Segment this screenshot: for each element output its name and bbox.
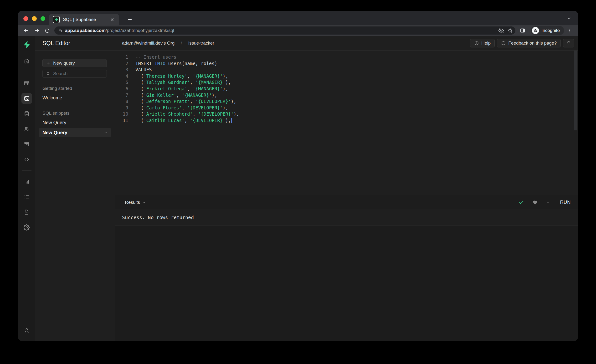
line-number: 3 <box>115 67 128 73</box>
url-bar[interactable]: app.supabase.com/project/azahtnhqohyjerz… <box>54 26 515 35</box>
zoom-window-button[interactable] <box>41 16 45 21</box>
line-number: 4 <box>115 73 128 79</box>
section-label: SQL snippets <box>39 111 111 116</box>
line-content: ('Arielle Shepherd', '{DEVELOPER}'), <box>128 111 239 117</box>
chevron-down-icon <box>142 201 146 204</box>
code-line[interactable]: 4 ('Theresa Hurley', '{MANAGER}'), <box>115 73 578 79</box>
heart-icon[interactable] <box>532 200 538 205</box>
code-line[interactable]: 5 ('Taliyah Gardner', '{MANAGER}'), <box>115 79 578 86</box>
star-icon[interactable] <box>507 28 513 33</box>
indent-guide <box>138 73 138 79</box>
line-number: 11 <box>115 117 128 124</box>
editor-scrollbar[interactable] <box>574 51 577 130</box>
chevron-down-icon[interactable] <box>546 200 551 205</box>
feedback-button-label: Feedback on this page? <box>508 41 557 46</box>
code-line[interactable]: 8 ('Jefferson Pratt', '{DEVELOPER}'), <box>115 98 578 105</box>
sql-editor-sidebar: SQL Editor New query Getting startedWelc… <box>35 36 115 341</box>
breadcrumb-org[interactable]: adam@windmill.dev's Org <box>122 41 174 46</box>
code-line[interactable]: 3VALUES <box>115 67 578 73</box>
table-editor-icon[interactable] <box>22 78 32 89</box>
text-cursor <box>231 118 232 123</box>
line-number: 10 <box>115 111 128 117</box>
tab-close-icon[interactable] <box>109 16 115 23</box>
rail-divider <box>22 171 31 171</box>
snippet-item[interactable]: New Query <box>39 118 111 127</box>
incognito-icon <box>532 27 539 34</box>
chevron-down-icon[interactable] <box>104 131 108 134</box>
snippet-item-label: Welcome <box>42 95 62 101</box>
code-line[interactable]: 6 ('Ezekiel Ortega', '{MANAGER}'), <box>115 86 578 92</box>
empty-results-area <box>115 225 578 341</box>
run-button[interactable]: RUN <box>560 200 571 205</box>
code-editor[interactable]: 1-- Insert users2INSERT INTO users(name,… <box>115 51 578 195</box>
tab-search-chevron-icon[interactable] <box>567 16 572 21</box>
lock-icon <box>58 28 62 33</box>
docs-icon[interactable] <box>22 207 32 217</box>
feedback-button[interactable]: Feedback on this page? <box>497 39 561 47</box>
line-number: 8 <box>115 98 128 105</box>
browser-tab[interactable]: SQL | Supabase <box>49 14 119 25</box>
search-icon <box>46 72 50 76</box>
indent-guide <box>138 111 138 117</box>
home-icon[interactable] <box>22 56 32 66</box>
nav-rail <box>18 36 35 341</box>
close-window-button[interactable] <box>23 16 28 21</box>
supabase-favicon <box>53 16 60 23</box>
menu-dots-icon[interactable] <box>565 26 574 35</box>
line-content: ('Gia Keller', '{MANAGER}'), <box>128 92 217 98</box>
new-tab-icon[interactable] <box>125 15 134 24</box>
browser-window: SQL | Supabase app.supabase.com/project/… <box>18 11 578 341</box>
account-icon[interactable] <box>22 325 32 336</box>
indent-guide <box>138 105 138 111</box>
line-number: 2 <box>115 60 128 67</box>
line-number: 7 <box>115 92 128 98</box>
snippet-item-label: New Query <box>42 130 67 135</box>
help-button-label: Help <box>481 41 491 46</box>
auth-icon[interactable] <box>22 124 32 134</box>
new-query-button[interactable]: New query <box>42 59 107 67</box>
line-content: ('Carlo Flores', '{DEVELOPER}'), <box>128 105 228 111</box>
incognito-label: Incognito <box>541 28 560 33</box>
results-dropdown[interactable]: Results <box>125 200 146 205</box>
code-line[interactable]: 7 ('Gia Keller', '{MANAGER}'), <box>115 92 578 98</box>
code-line[interactable]: 9 ('Carlo Flores', '{DEVELOPER}'), <box>115 105 578 111</box>
eye-off-icon[interactable] <box>498 28 504 33</box>
chat-bubble-icon <box>501 41 506 45</box>
help-button[interactable]: Help <box>470 39 495 47</box>
back-icon[interactable] <box>22 26 31 35</box>
line-content: ('Jefferson Pratt', '{DEVELOPER}'), <box>128 98 236 105</box>
breadcrumb-separator: / <box>181 40 182 46</box>
snippet-item[interactable]: New Query <box>39 128 111 137</box>
reload-icon[interactable] <box>42 26 52 35</box>
url-domain: app.supabase.com <box>65 28 106 33</box>
browser-toolbar: app.supabase.com/project/azahtnhqohyjerz… <box>18 25 578 36</box>
sql-editor-icon[interactable] <box>22 93 32 104</box>
database-icon[interactable] <box>22 108 32 119</box>
indent-guide <box>138 117 138 124</box>
search-input[interactable] <box>53 71 103 76</box>
main-area: adam@windmill.dev's Org / issue-tracker … <box>115 36 578 341</box>
storage-icon[interactable] <box>22 139 32 149</box>
settings-icon[interactable] <box>22 222 32 233</box>
breadcrumb-project[interactable]: issue-tracker <box>188 41 214 46</box>
indent-guide <box>138 79 138 86</box>
side-panel-icon[interactable] <box>518 26 527 35</box>
code-line[interactable]: 2INSERT INTO users(name, roles) <box>115 60 578 67</box>
indent-guide <box>138 98 138 105</box>
notifications-button[interactable] <box>563 39 574 47</box>
line-content: VALUES <box>128 67 152 73</box>
url-text: app.supabase.com/project/azahtnhqohyjerz… <box>65 28 496 33</box>
snippet-item[interactable]: Welcome <box>39 93 111 103</box>
minimize-window-button[interactable] <box>32 16 37 21</box>
search-box[interactable] <box>42 70 107 78</box>
forward-icon[interactable] <box>32 26 41 35</box>
code-line[interactable]: 1-- Insert users <box>115 54 578 60</box>
reports-icon[interactable] <box>22 176 32 187</box>
results-bar: Results RUN <box>115 195 578 209</box>
code-line[interactable]: 11 ('Caitlin Lucas', '{DEVELOPER}'); <box>115 117 578 124</box>
code-line[interactable]: 10 ('Arielle Shepherd', '{DEVELOPER}'), <box>115 111 578 117</box>
supabase-logo[interactable] <box>23 41 31 49</box>
api-icon[interactable] <box>22 154 32 165</box>
logs-icon[interactable] <box>22 192 32 202</box>
success-message: Success. No rows returned <box>122 215 194 220</box>
